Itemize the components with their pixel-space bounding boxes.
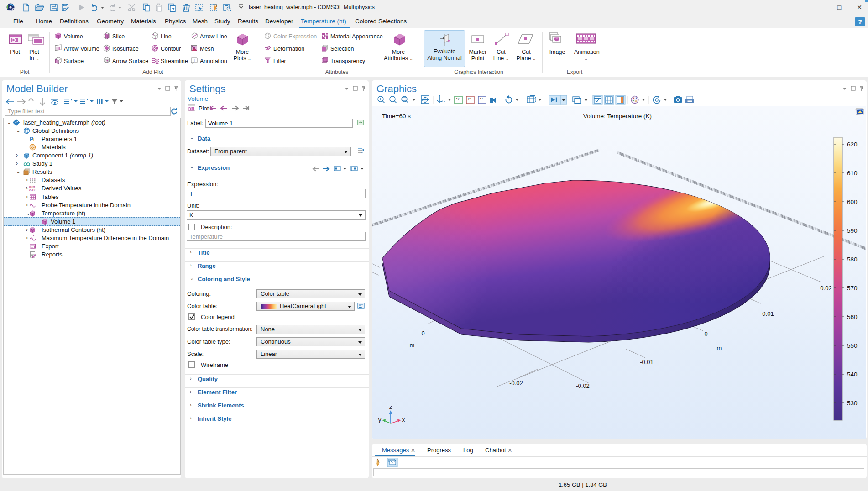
svg-text:Time=60 s: Time=60 s: [382, 113, 411, 120]
svg-text:590: 590: [847, 227, 858, 234]
svg-text:-0.02: -0.02: [509, 380, 523, 387]
svg-text:e-12: e-12: [29, 188, 35, 192]
svg-text:550: 550: [847, 342, 858, 349]
svg-text:-0.01: -0.01: [640, 359, 654, 366]
svg-text:610: 610: [847, 170, 858, 177]
svg-text:y: y: [378, 416, 382, 423]
svg-text:570: 570: [847, 285, 858, 292]
svg-text:yz: yz: [468, 96, 471, 100]
svg-text:0: 0: [704, 330, 707, 337]
svg-text:x: x: [402, 416, 405, 423]
svg-text:0: 0: [421, 330, 424, 337]
svg-text:-0.02: -0.02: [576, 382, 590, 389]
svg-text:z: z: [389, 403, 392, 410]
svg-text:0.02: 0.02: [820, 285, 831, 292]
svg-text:560: 560: [847, 313, 858, 320]
svg-text:600: 600: [847, 198, 858, 205]
svg-text:8.85: 8.85: [29, 185, 35, 188]
svg-text:0.01: 0.01: [762, 310, 774, 317]
svg-text:m: m: [717, 345, 722, 351]
svg-text:i: i: [33, 138, 34, 142]
svg-text:*: *: [33, 235, 34, 238]
svg-text:620: 620: [847, 141, 858, 148]
svg-text:xz: xz: [480, 96, 483, 100]
svg-text:P: P: [30, 136, 33, 142]
svg-text:580: 580: [847, 256, 858, 263]
svg-text:T: T: [193, 58, 196, 63]
svg-text:Volume: Temperature (K): Volume: Temperature (K): [583, 113, 652, 120]
svg-text:530: 530: [847, 400, 858, 407]
svg-text:xy: xy: [456, 96, 460, 100]
svg-text:540: 540: [847, 371, 858, 378]
svg-text:m: m: [410, 342, 415, 349]
